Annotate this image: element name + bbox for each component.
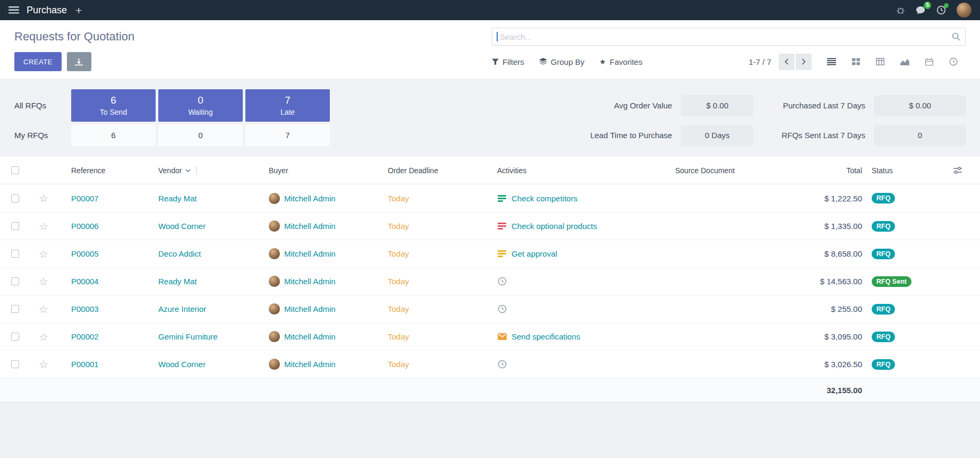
activity-type-icon[interactable]: [497, 195, 507, 202]
filters-button[interactable]: Filters: [492, 57, 524, 66]
buyer-link[interactable]: Mitchell Admin: [284, 360, 336, 369]
column-resize-handle[interactable]: [196, 166, 197, 175]
column-header-buyer[interactable]: Buyer: [249, 166, 371, 175]
buyer-link[interactable]: Mitchell Admin: [284, 249, 336, 258]
my-waiting[interactable]: 0: [158, 124, 243, 146]
activity-view-icon[interactable]: [941, 53, 966, 70]
my-late[interactable]: 7: [245, 124, 330, 146]
rfq-row[interactable]: ☆ P00004 Ready Mat Mitchell Admin Today …: [0, 267, 980, 295]
activity-type-icon[interactable]: [497, 360, 507, 369]
status-badge: RFQ Sent: [872, 276, 911, 287]
favorite-star-icon[interactable]: ☆: [39, 358, 48, 371]
rfq-reference-link[interactable]: P00007: [71, 194, 99, 203]
optional-columns-icon[interactable]: [931, 167, 980, 174]
calendar-view-icon[interactable]: [917, 53, 941, 70]
column-header-total[interactable]: Total: [804, 166, 862, 175]
vendor-link[interactable]: Azure Interior: [158, 304, 206, 313]
column-header-reference[interactable]: Reference: [57, 166, 137, 175]
column-header-source-document[interactable]: Source Document: [671, 166, 804, 175]
select-all-checkbox[interactable]: [11, 166, 19, 174]
kpi-late[interactable]: 7 Late: [245, 89, 330, 122]
rfq-reference-link[interactable]: P00003: [71, 304, 99, 313]
total-amount: $ 1,222.50: [824, 194, 862, 203]
graph-view-icon[interactable]: [892, 53, 917, 70]
activities-clock-icon[interactable]: [936, 5, 946, 15]
row-checkbox[interactable]: [11, 277, 19, 285]
column-header-activities[interactable]: Activities: [480, 166, 671, 175]
column-header-order-deadline[interactable]: Order Deadline: [371, 166, 480, 175]
activity-type-icon[interactable]: [497, 250, 507, 257]
favorite-star-icon[interactable]: ☆: [39, 220, 48, 233]
rfq-reference-link[interactable]: P00004: [71, 277, 99, 286]
column-header-status[interactable]: Status: [862, 166, 931, 175]
activity-summary[interactable]: Check competitors: [512, 194, 577, 203]
kpi-waiting[interactable]: 0 Waiting: [158, 89, 243, 122]
favorite-star-icon[interactable]: ☆: [39, 248, 48, 260]
order-deadline-value: Today: [388, 194, 409, 203]
activity-type-icon[interactable]: [497, 304, 507, 313]
rfq-table-body: ☆ P00007 Ready Mat Mitchell Admin Today …: [0, 184, 980, 378]
create-button[interactable]: CREATE: [14, 52, 62, 71]
row-checkbox[interactable]: [11, 360, 19, 368]
row-checkbox[interactable]: [11, 333, 19, 341]
rfq-reference-link[interactable]: P00006: [71, 222, 99, 231]
app-name[interactable]: Purchase: [27, 5, 67, 16]
pager-previous-button[interactable]: [779, 54, 795, 70]
kpi-to-send-count: 6: [110, 95, 116, 106]
pivot-view-icon[interactable]: [868, 53, 892, 70]
row-checkbox[interactable]: [11, 222, 19, 230]
rfq-row[interactable]: ☆ P00001 Wood Corner Mitchell Admin Toda…: [0, 350, 980, 378]
search-input[interactable]: [492, 28, 966, 46]
vendor-link[interactable]: Deco Addict: [158, 249, 201, 258]
row-checkbox[interactable]: [11, 194, 19, 202]
activity-type-icon[interactable]: [497, 333, 507, 340]
my-to-send[interactable]: 6: [71, 124, 156, 146]
bug-icon[interactable]: [896, 6, 905, 15]
pager-range: 1-7 / 7: [748, 57, 771, 66]
list-view-icon[interactable]: [819, 53, 843, 70]
activity-type-icon[interactable]: [497, 277, 507, 286]
apps-menu-icon[interactable]: [8, 6, 19, 14]
rfq-row[interactable]: ☆ P00007 Ready Mat Mitchell Admin Today …: [0, 184, 980, 212]
favorite-star-icon[interactable]: ☆: [39, 303, 48, 316]
activity-summary[interactable]: Check optional products: [512, 222, 597, 231]
kanban-view-icon[interactable]: [843, 53, 868, 70]
pager-next-button[interactable]: [796, 54, 812, 70]
favorite-star-icon[interactable]: ☆: [39, 330, 48, 343]
rfq-row[interactable]: ☆ P00005 Deco Addict Mitchell Admin Toda…: [0, 240, 980, 267]
vendor-link[interactable]: Wood Corner: [158, 222, 206, 231]
buyer-link[interactable]: Mitchell Admin: [284, 304, 336, 313]
vendor-link[interactable]: Ready Mat: [158, 277, 197, 286]
user-avatar[interactable]: [957, 3, 972, 18]
row-checkbox[interactable]: [11, 305, 19, 313]
rfq-reference-link[interactable]: P00001: [71, 360, 99, 369]
activity-type-icon[interactable]: [497, 223, 507, 230]
vendor-link[interactable]: Gemini Furniture: [158, 332, 218, 341]
kpi-to-send[interactable]: 6 To Send: [71, 89, 156, 122]
rfq-row[interactable]: ☆ P00006 Wood Corner Mitchell Admin Toda…: [0, 212, 980, 240]
favorites-button[interactable]: ★ Favorites: [599, 57, 642, 66]
plus-icon[interactable]: +: [75, 5, 82, 16]
rfq-row[interactable]: ☆ P00002 Gemini Furniture Mitchell Admin…: [0, 323, 980, 350]
activity-summary[interactable]: Get approval: [512, 249, 557, 258]
buyer-link[interactable]: Mitchell Admin: [284, 277, 336, 286]
buyer-link[interactable]: Mitchell Admin: [284, 194, 336, 203]
row-checkbox[interactable]: [11, 250, 19, 258]
favorite-star-icon[interactable]: ☆: [39, 192, 48, 205]
vendor-link[interactable]: Ready Mat: [158, 194, 197, 203]
column-header-vendor[interactable]: Vendor: [137, 166, 249, 175]
messages-icon[interactable]: 5: [916, 6, 926, 15]
rfq-reference-link[interactable]: P00002: [71, 332, 99, 341]
buyer-link[interactable]: Mitchell Admin: [284, 332, 336, 341]
status-badge: RFQ: [872, 249, 895, 259]
rfq-reference-link[interactable]: P00005: [71, 249, 99, 258]
favorite-star-icon[interactable]: ☆: [39, 275, 48, 288]
vendor-link[interactable]: Wood Corner: [158, 360, 206, 369]
rfq-row[interactable]: ☆ P00003 Azure Interior Mitchell Admin T…: [0, 295, 980, 323]
activity-summary[interactable]: Send specifications: [512, 332, 580, 341]
export-button[interactable]: [67, 52, 91, 71]
group-by-button[interactable]: Group By: [539, 57, 584, 66]
buyer-link[interactable]: Mitchell Admin: [284, 222, 336, 231]
favorites-label: Favorites: [610, 57, 643, 66]
magnifier-icon[interactable]: [952, 32, 960, 41]
